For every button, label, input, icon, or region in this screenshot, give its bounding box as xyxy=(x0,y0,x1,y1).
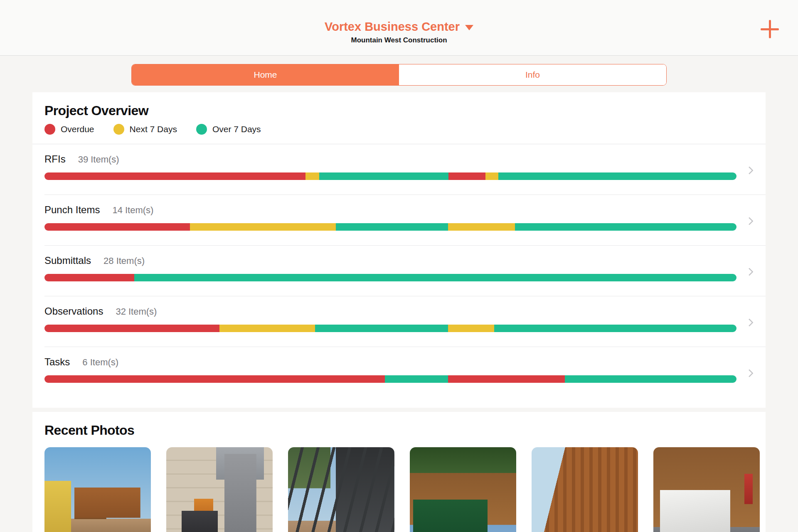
photo-thumbnail[interactable] xyxy=(410,447,516,532)
row-count: 32 Item(s) xyxy=(116,306,157,317)
dropdown-caret-icon xyxy=(465,25,473,30)
chevron-right-icon xyxy=(746,318,756,328)
row-count: 28 Item(s) xyxy=(103,256,145,266)
legend-item-next-7-days: Next 7 Days xyxy=(113,124,177,135)
segmented-tabs: Home Info xyxy=(131,64,667,86)
row-label: Punch Items xyxy=(44,204,100,216)
overview-row-tasks[interactable]: Tasks 6 Item(s) xyxy=(44,347,766,408)
overdue-dot-icon xyxy=(44,124,55,135)
row-count: 39 Item(s) xyxy=(78,154,119,165)
status-bar xyxy=(44,223,736,231)
overview-row-observations[interactable]: Observations 32 Item(s) xyxy=(44,296,766,347)
photo-strip xyxy=(44,447,754,532)
app-header: Vortex Business Center Mountain West Con… xyxy=(0,0,798,56)
legend-label: Overdue xyxy=(61,124,94,134)
over-7-days-dot-icon xyxy=(196,124,207,135)
overview-title: Project Overview xyxy=(44,92,754,118)
status-bar xyxy=(44,325,736,332)
row-count: 14 Item(s) xyxy=(112,205,153,216)
legend-label: Next 7 Days xyxy=(130,124,177,134)
next-7-days-dot-icon xyxy=(113,124,124,135)
chevron-right-icon xyxy=(746,217,756,227)
project-switcher[interactable]: Vortex Business Center xyxy=(325,20,473,33)
legend-item-overdue: Overdue xyxy=(44,124,94,135)
project-title: Vortex Business Center xyxy=(325,20,460,33)
row-label: Observations xyxy=(44,305,103,317)
chevron-right-icon xyxy=(746,166,756,176)
tab-home[interactable]: Home xyxy=(132,64,399,85)
company-name: Mountain West Construction xyxy=(0,36,798,44)
status-bar xyxy=(44,375,736,383)
status-bar xyxy=(44,274,736,281)
photo-thumbnail[interactable] xyxy=(653,447,760,532)
row-label: Tasks xyxy=(44,356,70,368)
photo-thumbnail[interactable] xyxy=(44,447,151,532)
project-overview-card: Project Overview Overdue Next 7 Days Ove… xyxy=(32,92,766,408)
legend-item-over-7-days: Over 7 Days xyxy=(196,124,261,135)
chevron-right-icon xyxy=(746,369,756,379)
recent-photos-title: Recent Photos xyxy=(44,423,754,438)
add-icon xyxy=(769,20,771,38)
photo-thumbnail[interactable] xyxy=(288,447,394,532)
row-label: RFIs xyxy=(44,153,66,165)
photo-thumbnail[interactable] xyxy=(532,447,638,532)
add-button[interactable] xyxy=(759,18,781,40)
tab-info[interactable]: Info xyxy=(399,64,666,85)
row-count: 6 Item(s) xyxy=(82,357,118,368)
photo-thumbnail[interactable] xyxy=(166,447,273,532)
status-legend: Overdue Next 7 Days Over 7 Days xyxy=(44,124,754,144)
row-label: Submittals xyxy=(44,255,91,266)
status-bar xyxy=(44,172,736,180)
chevron-right-icon xyxy=(746,267,756,277)
legend-label: Over 7 Days xyxy=(212,124,261,134)
overview-row-rfis[interactable]: RFIs 39 Item(s) xyxy=(44,144,766,195)
overview-row-punch-items[interactable]: Punch Items 14 Item(s) xyxy=(44,195,766,246)
recent-photos-section: Recent Photos xyxy=(32,412,766,532)
overview-row-submittals[interactable]: Submittals 28 Item(s) xyxy=(44,246,766,296)
